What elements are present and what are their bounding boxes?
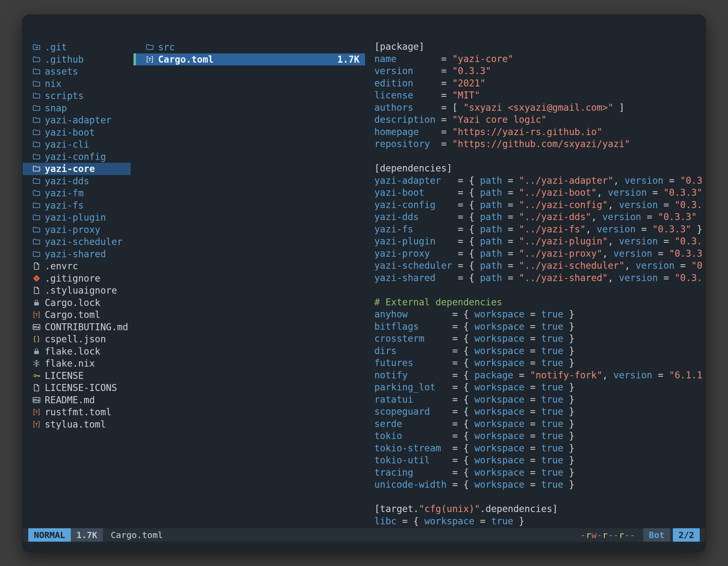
folder-icon xyxy=(30,189,43,198)
folder-icon xyxy=(30,104,43,112)
entry-label: yazi-cli xyxy=(45,139,89,150)
preview-line: [target."cfg(unix)".dependencies] xyxy=(374,503,705,516)
entry-label: scripts xyxy=(45,90,84,101)
entry-label: .envrc xyxy=(45,261,78,272)
dir-row[interactable]: .git xyxy=(23,41,131,53)
dir-row[interactable]: yazi-cli xyxy=(23,139,131,151)
dir-row[interactable]: yazi-fm xyxy=(23,187,131,200)
file-row[interactable]: rustfmt.toml xyxy=(23,406,131,418)
folder-icon xyxy=(144,43,156,51)
preview-line: yazi-boot = { path = "../yazi-boot", ver… xyxy=(374,187,705,200)
status-bar-right: -rw-r--r-- Bot 2/2 xyxy=(580,528,705,542)
file-row[interactable]: .gitignore xyxy=(23,273,131,285)
dir-row[interactable]: yazi-fs xyxy=(23,200,131,212)
preview-line: tokio-stream = { workspace = true } xyxy=(374,443,705,455)
lock-icon xyxy=(30,347,43,356)
dir-row[interactable]: yazi-core xyxy=(23,163,131,175)
entry-label: yazi-adapter xyxy=(45,115,111,126)
dir-row[interactable]: yazi-dds xyxy=(23,175,131,187)
entry-label: CONTRIBUTING.md xyxy=(45,321,128,332)
folder-icon xyxy=(30,79,43,88)
preview-line: edition = "2021" xyxy=(374,78,705,90)
entry-label: yazi-plugin xyxy=(45,212,106,223)
preview-line: bitflags = { workspace = true } xyxy=(374,321,705,333)
dir-row[interactable]: src xyxy=(133,41,365,53)
preview-line: ratatui = { workspace = true } xyxy=(374,394,705,406)
status-filename: Cargo.toml xyxy=(111,530,163,540)
folder-icon xyxy=(30,250,43,259)
entry-label: yazi-dds xyxy=(45,176,89,187)
dir-row[interactable]: yazi-shared xyxy=(23,248,131,261)
entry-label: Cargo.toml xyxy=(158,54,214,65)
entry-label: flake.nix xyxy=(45,358,95,369)
dir-row[interactable]: snap xyxy=(23,102,131,114)
file-row[interactable]: CONTRIBUTING.md xyxy=(23,321,131,333)
entry-label: rustfmt.toml xyxy=(45,407,111,417)
entry-label: .git xyxy=(45,42,67,53)
status-bar: NORMAL 1.7K Cargo.toml -rw-r--r-- Bot 2/… xyxy=(23,528,705,542)
entry-label: yazi-core xyxy=(45,163,95,174)
preview-line: version = "0.3.3" xyxy=(374,65,705,78)
preview-line xyxy=(374,151,705,163)
file-icon xyxy=(30,383,43,392)
preview-line: yazi-shared = { path = "../yazi-shared",… xyxy=(374,273,705,285)
entry-label: yazi-config xyxy=(45,151,106,162)
file-permissions: -rw-r--r-- xyxy=(580,530,635,540)
dir-row[interactable]: scripts xyxy=(23,90,131,102)
file-row[interactable]: LICENSE-ICONS xyxy=(23,382,131,394)
dir-row[interactable]: yazi-adapter xyxy=(23,114,131,126)
file-row[interactable]: LICENSE xyxy=(23,370,131,382)
entry-label: flake.lock xyxy=(45,346,100,357)
file-row[interactable]: flake.lock xyxy=(23,345,131,358)
dir-row[interactable]: assets xyxy=(23,65,131,78)
preview-line: [package] xyxy=(374,41,705,53)
preview-line: name = "yazi-core" xyxy=(374,53,705,66)
file-row[interactable]: stylua.toml xyxy=(23,418,131,431)
lock-icon xyxy=(30,298,43,307)
preview-line: yazi-scheduler = { path = "../yazi-sched… xyxy=(374,260,705,273)
preview-line: yazi-dds = { path = "../yazi-dds", versi… xyxy=(374,212,705,224)
file-row[interactable]: README.md xyxy=(23,394,131,406)
preview-line: # External dependencies xyxy=(374,297,705,309)
preview-line: notify = { package = "notify-fork", vers… xyxy=(374,370,705,382)
entry-label: snap xyxy=(45,103,67,114)
entry-label: yazi-fm xyxy=(45,188,84,199)
file-row[interactable]: Cargo.toml1.7K xyxy=(133,53,365,66)
dir-row[interactable]: .github xyxy=(23,53,131,66)
file-row[interactable]: .styluaignore xyxy=(23,284,131,297)
dir-row[interactable]: yazi-boot xyxy=(23,126,131,139)
markdown-icon xyxy=(30,323,43,331)
entry-label: LICENSE-ICONS xyxy=(45,382,117,393)
preview-line: futures = { workspace = true } xyxy=(374,357,705,370)
dir-row[interactable]: nix xyxy=(23,78,131,90)
preview-line: yazi-proxy = { path = "../yazi-proxy", v… xyxy=(374,248,705,261)
preview-line: homepage = "https://yazi-rs.github.io" xyxy=(374,126,705,139)
file-row[interactable]: Cargo.lock xyxy=(23,297,131,309)
dir-row[interactable]: yazi-proxy xyxy=(23,224,131,236)
folder-icon xyxy=(30,238,43,246)
git-folder-icon xyxy=(30,43,43,51)
folder-icon xyxy=(30,67,43,76)
toml-icon xyxy=(30,420,43,429)
preview-line: repository = "https://github.com/sxyazi/… xyxy=(374,139,705,151)
current-pane: srcCargo.toml1.7K xyxy=(133,41,365,527)
file-row[interactable]: flake.nix xyxy=(23,357,131,370)
preview-line: authors = [ "sxyazi <sxyazi@gmail.com>" … xyxy=(374,102,705,114)
dir-row[interactable]: yazi-plugin xyxy=(23,212,131,224)
toml-icon xyxy=(30,408,43,416)
entry-label: cspell.json xyxy=(45,333,106,344)
file-row[interactable]: cspell.json xyxy=(23,333,131,345)
file-row[interactable]: Cargo.toml xyxy=(23,309,131,321)
preview-line xyxy=(374,491,705,504)
entry-size: 1.7K xyxy=(337,54,360,65)
dir-row[interactable]: yazi-config xyxy=(23,151,131,163)
folder-icon xyxy=(30,128,43,137)
entry-label: yazi-scheduler xyxy=(45,236,123,247)
toml-icon xyxy=(30,310,43,319)
entry-label: README.md xyxy=(45,394,95,405)
file-row[interactable]: .envrc xyxy=(23,260,131,273)
preview-line: yazi-config = { path = "../yazi-config",… xyxy=(374,200,705,212)
preview-line: anyhow = { workspace = true } xyxy=(374,309,705,321)
folder-icon xyxy=(30,226,43,234)
dir-row[interactable]: yazi-scheduler xyxy=(23,236,131,248)
